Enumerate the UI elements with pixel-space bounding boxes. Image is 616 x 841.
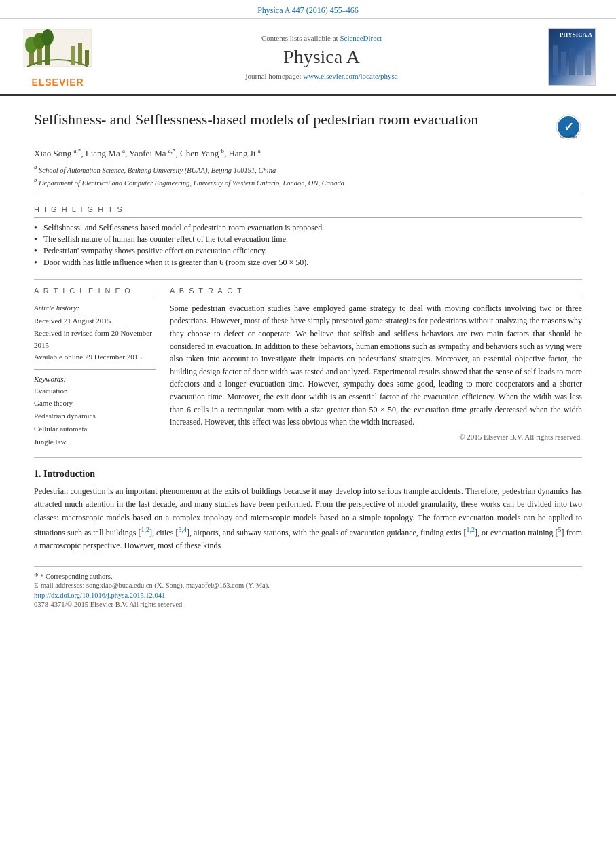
article-history: Article history: Received 21 August 2015… [34, 302, 156, 363]
intro-text: Pedestrian congestion is an important ph… [34, 485, 582, 552]
thumb-chart-icon [551, 38, 592, 79]
ref-link-5[interactable]: 5 [558, 526, 562, 533]
svg-rect-11 [561, 52, 566, 75]
ref-link-3-4[interactable]: 3,4 [178, 526, 187, 533]
keywords-divider [34, 369, 156, 370]
journal-reference: Physica A 447 (2016) 455–466 [0, 0, 616, 19]
doi-line[interactable]: http://dx.doi.org/10.1016/j.physa.2015.1… [34, 592, 582, 599]
highlight-item-3: Pedestrian' sympathy shows positive effe… [34, 245, 582, 257]
star-icon: * [34, 571, 39, 581]
svg-rect-10 [553, 45, 558, 75]
highlight-item-1: Selfishness- and Selflessness-based mode… [34, 222, 582, 234]
info-divider [34, 298, 156, 298]
divider-3 [34, 457, 582, 458]
journal-homepage: journal homepage: www.elsevier.com/locat… [109, 72, 535, 80]
corresponding-authors-note: * * Corresponding authors. [34, 571, 582, 581]
highlight-item-2: The selfish nature of human has counter … [34, 234, 582, 245]
svg-text:CrossMark: CrossMark [560, 135, 577, 139]
keyword-5: Jungle law [34, 435, 156, 448]
ref-link-1-2b[interactable]: 1,2 [466, 526, 475, 533]
keyword-2: Game theory [34, 397, 156, 410]
keywords-section: Keywords: Evacuation Game theory Pedestr… [34, 375, 156, 448]
keywords-list: Evacuation Game theory Pedestrian dynami… [34, 384, 156, 448]
elsevier-logo: ELSEVIER [20, 26, 95, 88]
received-date: Received 21 August 2015 [34, 315, 156, 327]
article-info-col: A R T I C L E I N F O Article history: R… [34, 287, 156, 448]
copyright-line: © 2015 Elsevier B.V. All rights reserved… [170, 433, 582, 441]
highlights-section: H I G H L I G H T S Selfishness- and Sel… [34, 200, 582, 274]
sciencedirect-label: Contents lists available at ScienceDirec… [109, 34, 535, 42]
ref-link-1-2[interactable]: 1,2 [141, 526, 149, 533]
divider-2 [34, 279, 582, 280]
highlight-item-4: Door width has little influence when it … [34, 257, 582, 268]
crossmark-icon: ✓ CrossMark [555, 113, 582, 141]
svg-rect-7 [71, 46, 75, 65]
article-info-heading: A R T I C L E I N F O [34, 287, 156, 295]
doi-link[interactable]: http://dx.doi.org/10.1016/j.physa.2015.1… [34, 592, 165, 599]
highlights-divider [34, 217, 582, 218]
journal-header: ELSEVIER Contents lists available at Sci… [0, 19, 616, 96]
keywords-heading: Keywords: [34, 375, 156, 383]
crossmark-badge[interactable]: ✓ CrossMark [555, 113, 582, 141]
divider-1 [34, 194, 582, 194]
highlights-list: Selfishness- and Selflessness-based mode… [34, 222, 582, 268]
svg-rect-8 [78, 43, 82, 65]
svg-point-6 [41, 29, 54, 46]
introduction-section: 1. Introduction Pedestrian congestion is… [34, 469, 582, 552]
history-heading: Article history: [34, 302, 156, 315]
keyword-1: Evacuation [34, 384, 156, 397]
issn-line: 0378-4371/© 2015 Elsevier B.V. All right… [34, 601, 582, 608]
keyword-3: Pedestrian dynamics [34, 410, 156, 423]
elsevier-wordmark: ELSEVIER [31, 77, 84, 88]
article-title: Selfishness- and Selflessness-based mode… [34, 110, 555, 130]
article-body: Selfishness- and Selflessness-based mode… [0, 96, 616, 608]
revised-date: Received in revised form 20 November 201… [34, 327, 156, 351]
journal-center: Contents lists available at ScienceDirec… [95, 34, 548, 80]
svg-rect-9 [85, 50, 89, 65]
abstract-heading: A B S T R A C T [170, 287, 582, 295]
svg-rect-13 [577, 55, 583, 75]
journal-thumbnail: PHYSICA A [548, 28, 596, 86]
svg-text:✓: ✓ [564, 120, 574, 134]
journal-ref-link[interactable]: Physica A 447 (2016) 455–466 [257, 5, 359, 15]
svg-rect-12 [569, 48, 575, 75]
article-title-section: Selfishness- and Selflessness-based mode… [34, 96, 582, 147]
journal-homepage-link[interactable]: www.elsevier.com/locate/physa [303, 72, 397, 80]
highlights-heading: H I G H L I G H T S [34, 205, 582, 213]
authors-line: Xiao Song a,*, Liang Ma a, Yaofei Ma a,*… [34, 147, 582, 159]
intro-heading: 1. Introduction [34, 469, 582, 480]
thumb-text: PHYSICA A [560, 31, 592, 38]
keyword-4: Cellular automata [34, 423, 156, 435]
affiliations: a School of Automation Science, Beihang … [34, 163, 582, 188]
abstract-col: A B S T R A C T Some pedestrian evacuati… [170, 287, 582, 448]
journal-title: Physica A [109, 46, 535, 68]
abstract-divider [170, 298, 582, 298]
email-addresses: E-mail addresses: songxiao@buaa.edu.cn (… [34, 581, 582, 589]
elsevier-tree-icon [20, 26, 95, 77]
two-col-section: A R T I C L E I N F O Article history: R… [34, 287, 582, 448]
sciencedirect-link[interactable]: ScienceDirect [340, 34, 382, 42]
available-date: Available online 29 December 2015 [34, 351, 156, 363]
footnote-section: * * Corresponding authors. E-mail addres… [34, 566, 582, 608]
svg-rect-14 [585, 50, 591, 75]
abstract-text: Some pedestrian evacuation studies have … [170, 302, 582, 429]
